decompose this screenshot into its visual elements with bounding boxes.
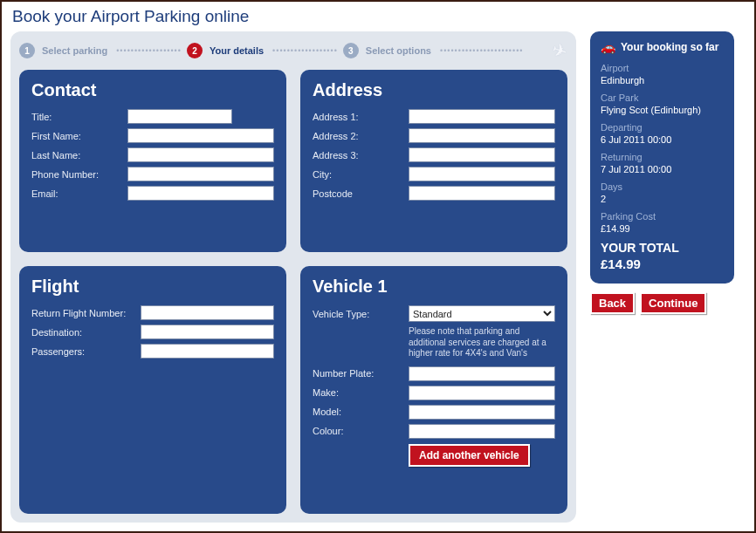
address3-input[interactable]: [409, 147, 555, 162]
step-2[interactable]: 2 Your details: [187, 43, 267, 58]
step-3-label: Select options: [366, 45, 431, 56]
page-title: Book your Airport Parking online: [10, 7, 746, 26]
step-2-num: 2: [187, 43, 203, 58]
city-label: City:: [313, 169, 409, 180]
car-icon: 🚗: [601, 40, 615, 54]
progress-stepper: 1 Select parking •••••••••••••••••• 2 Yo…: [19, 40, 567, 70]
vehicle-note: Please note that parking and additional …: [409, 326, 555, 359]
step-divider: •••••••••••••••••••••••: [440, 46, 523, 55]
step-1-num: 1: [19, 43, 35, 58]
carpark-value: Flying Scot (Edinburgh): [601, 105, 724, 115]
return-flight-input[interactable]: [141, 305, 274, 320]
cost-value: £14.99: [601, 223, 724, 234]
summary-title: Your booking so far: [621, 41, 718, 53]
vehicle-heading: Vehicle 1: [313, 277, 555, 297]
address3-label: Address 3:: [313, 150, 409, 161]
destination-input[interactable]: [141, 325, 274, 339]
model-label: Model:: [313, 407, 409, 417]
address-heading: Address: [313, 80, 555, 100]
email-input[interactable]: [127, 186, 274, 201]
postcode-label: Postcode: [313, 188, 409, 199]
step-1[interactable]: 1 Select parking: [19, 43, 111, 58]
first-name-label: First Name:: [31, 131, 127, 141]
step-1-label: Select parking: [42, 45, 107, 56]
return-flight-label: Return Flight Number:: [31, 308, 141, 318]
passengers-label: Passengers:: [31, 346, 141, 357]
address2-label: Address 2:: [313, 131, 409, 141]
vehicle-panel: Vehicle 1 Vehicle Type: Standard Please …: [300, 266, 567, 514]
total-value: £14.99: [601, 256, 724, 271]
postcode-input[interactable]: [409, 186, 555, 201]
first-name-input[interactable]: [127, 128, 274, 143]
step-2-label: Your details: [210, 45, 264, 56]
vehicle-type-select[interactable]: Standard: [409, 305, 555, 322]
days-value: 2: [601, 194, 724, 204]
contact-heading: Contact: [31, 80, 274, 100]
departing-value: 6 Jul 2011 00:00: [601, 134, 724, 145]
airport-label: Airport: [601, 63, 724, 73]
add-vehicle-button[interactable]: Add another vehicle: [409, 444, 530, 467]
days-label: Days: [601, 181, 724, 192]
make-input[interactable]: [409, 386, 555, 400]
back-button[interactable]: Back: [590, 292, 635, 314]
address-panel: Address Address 1: Address 2: Address 3:: [300, 70, 567, 252]
departing-label: Departing: [601, 122, 724, 133]
step-divider: ••••••••••••••••••: [116, 46, 182, 55]
booking-summary: 🚗 Your booking so far Airport Edinburgh …: [590, 31, 734, 284]
address1-input[interactable]: [409, 109, 555, 124]
destination-label: Destination:: [31, 327, 141, 338]
address2-input[interactable]: [409, 128, 555, 143]
colour-label: Colour:: [313, 426, 409, 436]
last-name-label: Last Name:: [31, 150, 127, 161]
carpark-label: Car Park: [601, 92, 724, 103]
colour-input[interactable]: [409, 424, 555, 439]
passengers-input[interactable]: [141, 344, 274, 359]
flight-heading: Flight: [31, 277, 274, 297]
plate-label: Number Plate:: [313, 368, 409, 379]
title-label: Title:: [31, 112, 127, 122]
plate-input[interactable]: [409, 366, 555, 381]
returning-value: 7 Jul 2011 00:00: [601, 164, 724, 174]
phone-input[interactable]: [127, 167, 274, 181]
step-3[interactable]: 3 Select options: [343, 43, 435, 58]
form-container: 1 Select parking •••••••••••••••••• 2 Yo…: [10, 31, 576, 523]
make-label: Make:: [313, 387, 409, 398]
step-divider: ••••••••••••••••••: [272, 46, 338, 55]
address1-label: Address 1:: [313, 112, 409, 122]
total-label: YOUR TOTAL: [601, 241, 724, 255]
step-3-num: 3: [343, 43, 359, 58]
airport-value: Edinburgh: [601, 75, 724, 85]
city-input[interactable]: [409, 167, 555, 181]
title-input[interactable]: [127, 109, 232, 124]
contact-panel: Contact Title: First Name: Last Name:: [19, 70, 286, 252]
flight-panel: Flight Return Flight Number: Destination…: [19, 266, 286, 514]
cost-label: Parking Cost: [601, 211, 724, 222]
phone-label: Phone Number:: [31, 169, 127, 180]
last-name-input[interactable]: [127, 147, 274, 162]
vehicle-type-label: Vehicle Type:: [313, 309, 409, 319]
plane-icon: ✈: [550, 38, 571, 63]
email-label: Email:: [31, 188, 127, 199]
model-input[interactable]: [409, 405, 555, 420]
continue-button[interactable]: Continue: [640, 292, 706, 314]
returning-label: Returning: [601, 152, 724, 162]
